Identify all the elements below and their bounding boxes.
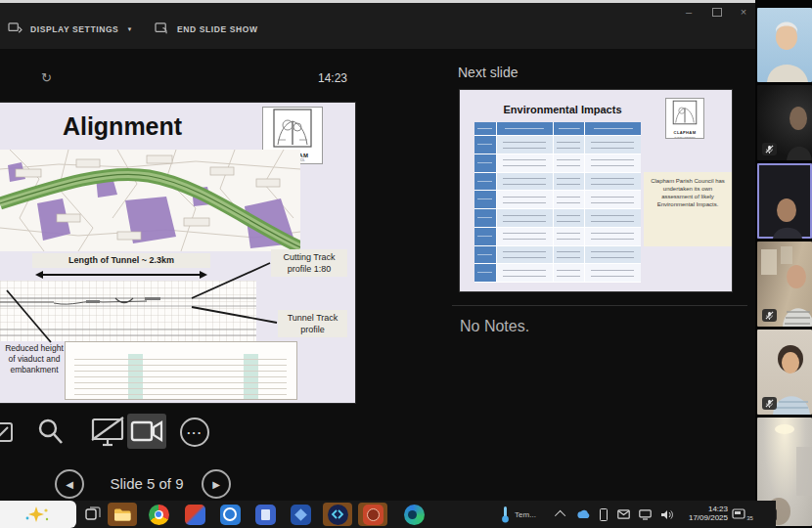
next-arrow-icon: ▶ [212,479,220,490]
impacts-table-row [474,136,641,154]
teams-button[interactable] [323,503,352,526]
blue-app-icon [255,505,276,525]
screen: DISPLAY SETTINGS ▼ END SLIDE SHOW – × ↻ … [0,0,812,528]
slide-counter: Slide 5 of 9 [98,475,196,492]
tray-expand-button[interactable] [554,503,569,526]
taskbar-time: 14:23 [677,505,728,513]
previous-slide-button[interactable]: ◀ [55,469,84,499]
cutting-track-label: Cutting Track profile 1:80 [271,249,347,277]
blue-app-button[interactable] [252,503,278,526]
taskbar-search-button[interactable] [0,501,76,528]
teams-icon [328,505,348,525]
alignment-map-image [0,150,300,251]
phone-icon [600,508,608,521]
participant-video-tile[interactable] [757,8,812,82]
tunnel-track-label: Tunnel Track profile [278,310,347,337]
mic-muted-icon [762,309,777,322]
participant-avatar [757,163,812,239]
caret-down-icon: ▼ [126,26,133,32]
impacts-table-row [474,264,641,283]
impacts-table-header-row [474,122,641,136]
end-slide-show-icon [155,22,169,35]
display-settings-icon [8,22,23,35]
task-view-icon [85,506,101,522]
mail-tray-icon[interactable] [614,503,632,526]
next-slide-title: Environmental Impacts [479,104,646,115]
next-slide-thumbnail: Environmental Impacts CLAPHAM PARISH COU… [460,90,732,291]
office-app-button[interactable] [182,503,207,526]
camera-icon [130,418,163,444]
black-screen-button[interactable] [88,416,127,449]
chevron-up-icon [555,510,565,521]
current-time: 14:23 [318,71,347,85]
participant-video-tile[interactable] [757,85,812,160]
next-slide-note: Clapham Parish Council has undertaken it… [644,172,732,246]
display-tray-icon[interactable] [636,503,654,526]
copilot-sparkle-icon [22,505,55,524]
tunnel-length-label: Length of Tunnel ~ 2.3km [32,253,210,268]
impacts-table [474,122,641,283]
more-icon: ··· [187,425,203,440]
current-slide: Alignment CLAPHAM PARISH COUNCIL [0,103,355,403]
impacts-table-row [474,191,641,209]
file-explorer-icon [113,507,131,522]
minimize-button[interactable]: – [682,7,696,19]
notification-badge: 35 [746,515,753,521]
camera-toggle-button[interactable] [127,414,166,449]
pen-tools-button[interactable] [0,417,16,448]
clapham-logo-small-sub: PARISH COUNCIL [666,136,703,139]
participant-video-tile[interactable] [757,330,812,415]
notes-text: No Notes. [460,318,529,335]
taskbar-clock[interactable]: 14:23 17/09/2025 [677,505,728,522]
weather-widget[interactable]: Tem... [494,503,543,526]
close-button[interactable]: × [737,7,750,19]
participant-video-tile[interactable] [757,242,812,327]
photos-button[interactable] [288,503,313,526]
powerpoint-button[interactable] [358,503,387,526]
outlook-icon [220,505,241,525]
mic-muted-icon [762,397,777,410]
slide-title: Alignment [20,112,225,141]
display-settings-label: DISPLAY SETTINGS [30,24,118,34]
impacts-table-row [474,209,641,228]
impacts-table-row [474,246,641,265]
phone-link-tray-icon[interactable] [597,503,610,526]
restore-icon [712,8,722,17]
more-options-button[interactable]: ··· [180,418,209,447]
next-slide-header: Next slide [458,65,518,80]
outlook-button[interactable] [217,503,243,526]
prev-arrow-icon: ◀ [66,479,73,490]
clapham-logo-small: CLAPHAM PARISH COUNCIL [665,98,704,139]
volume-tray-icon[interactable] [657,503,675,526]
clapham-logo-icon [264,108,321,149]
zoom-slide-button[interactable] [35,416,65,449]
office-app-icon [185,505,205,525]
restore-button[interactable] [710,6,724,18]
file-explorer-button[interactable] [108,503,137,526]
impacts-table-row [474,154,641,173]
weather-label: Tem... [515,510,536,519]
notification-center-button[interactable]: 35 [732,503,753,526]
presenter-titlebar: DISPLAY SETTINGS ▼ END SLIDE SHOW – × [0,3,755,49]
onedrive-tray-icon[interactable] [573,503,593,526]
edge-icon [404,505,425,525]
tunnel-length-arrow [35,270,207,280]
notification-icon [732,508,745,520]
thermometer-icon [501,506,510,523]
edge-button[interactable] [401,503,427,526]
pen-icon [0,418,16,447]
impacts-table-row [474,228,641,246]
display-settings-button[interactable]: DISPLAY SETTINGS ▼ [8,22,133,35]
restart-timer-icon[interactable]: ↻ [41,70,52,85]
task-view-button[interactable] [82,503,104,526]
next-slide-button[interactable]: ▶ [202,469,231,499]
video-call-strip [755,0,812,528]
taskbar-date: 17/09/2025 [677,513,728,522]
chrome-button[interactable] [147,503,170,526]
end-slide-show-button[interactable]: END SLIDE SHOW [155,22,258,35]
participant-avatar [757,8,812,82]
envelope-icon [617,509,630,519]
participant-video-tile-active-speaker[interactable] [757,163,812,239]
mic-muted-icon [762,143,777,155]
speaker-icon [660,509,673,520]
